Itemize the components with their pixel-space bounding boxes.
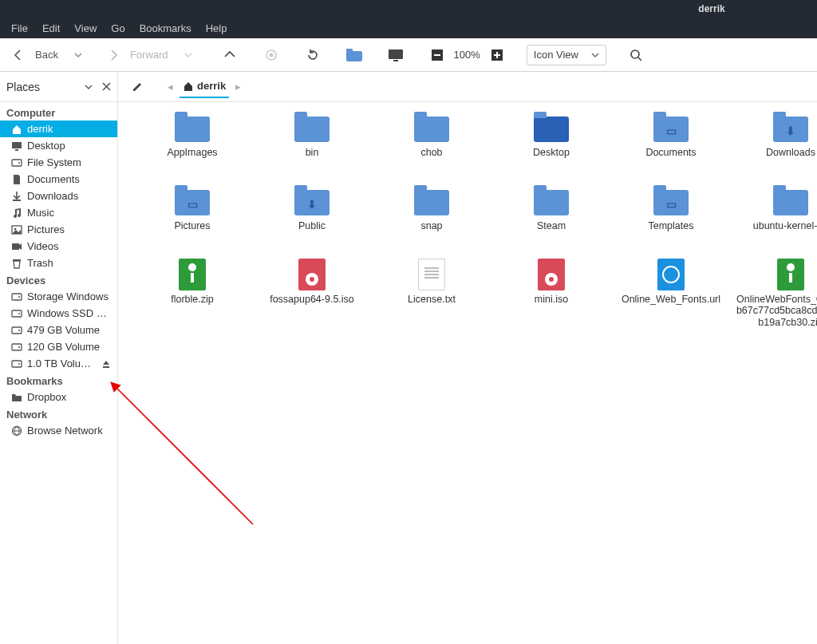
file-item[interactable]: ubuntu-kernel-de — [731, 185, 817, 259]
svg-point-11 — [631, 50, 639, 58]
file-item[interactable]: ⬇Public — [252, 185, 372, 259]
minus-icon — [432, 49, 443, 61]
sidebar-item-videos[interactable]: Videos — [0, 238, 117, 255]
view-mode-select[interactable]: Icon View — [527, 45, 606, 65]
sidebar-item-downloads[interactable]: Downloads — [0, 188, 117, 204]
file-name: Pictures — [174, 220, 210, 231]
svg-rect-3 — [346, 49, 353, 52]
sidebar-item-desktop[interactable]: Desktop — [0, 137, 117, 154]
chevron-down-icon — [85, 83, 93, 91]
file-item[interactable]: chob — [372, 112, 491, 185]
menu-help[interactable]: Help — [199, 20, 234, 37]
sidebar-item-v1tb[interactable]: 1.0 TB Volu… — [0, 355, 117, 372]
breadcrumb-current[interactable]: derrik — [180, 75, 229, 98]
sidebar-item-label: Pictures — [27, 223, 65, 235]
sidebar-section-computer: Computer — [0, 104, 117, 121]
file-item[interactable]: Desktop — [491, 112, 611, 185]
back-history-dropdown[interactable] — [66, 43, 90, 67]
sidebar-header: Places — [0, 72, 118, 101]
chevron-down-icon — [591, 51, 599, 59]
sidebar-title: Places — [6, 81, 40, 93]
file-name: Templates — [649, 220, 694, 231]
edit-path-button[interactable] — [126, 76, 148, 98]
sidebar-item-label: Desktop — [27, 140, 65, 152]
sidebar-selector[interactable] — [85, 83, 93, 91]
sidebar-item-v479[interactable]: 479 GB Volume — [0, 322, 117, 338]
disk-icon — [11, 157, 22, 168]
file-item[interactable]: ⬇Downloads — [731, 112, 817, 185]
file-item[interactable]: AppImages — [132, 112, 252, 185]
sidebar-item-music[interactable]: Music — [0, 204, 117, 221]
breadcrumb-next[interactable]: ▸ — [232, 81, 244, 93]
computer-button[interactable] — [384, 43, 408, 67]
menu-view[interactable]: View — [68, 20, 103, 37]
sidebar-item-v120[interactable]: 120 GB Volume — [0, 338, 117, 355]
file-item[interactable]: Online_Web_Fonts.url — [611, 259, 731, 332]
forward-button[interactable] — [101, 43, 125, 67]
close-sidebar-button[interactable] — [102, 82, 111, 91]
menu-edit[interactable]: Edit — [36, 20, 66, 37]
svg-point-26 — [18, 330, 20, 331]
svg-point-15 — [18, 162, 20, 164]
sidebar-item-browsenet[interactable]: Browse Network — [0, 422, 117, 439]
file-item[interactable]: ▭Pictures — [132, 185, 252, 259]
eject-button[interactable] — [101, 359, 111, 369]
home-icon — [11, 124, 22, 135]
sidebar-item-pictures[interactable]: Pictures — [0, 221, 117, 238]
stop-button[interactable] — [259, 43, 283, 67]
arrow-up-icon — [223, 49, 236, 61]
sidebar-item-label: Videos — [27, 240, 59, 252]
file-name: ubuntu-kernel-de — [753, 220, 817, 231]
back-label[interactable]: Back — [34, 49, 63, 61]
sidebar-item-label: Browse Network — [27, 425, 103, 437]
svg-rect-19 — [12, 243, 19, 250]
file-item[interactable]: snap — [372, 185, 491, 259]
file-item[interactable]: ▭Templates — [611, 185, 731, 259]
window-titlebar: derrik — [0, 0, 817, 18]
sidebar-item-dropbox[interactable]: Dropbox — [0, 389, 117, 405]
forward-history-dropdown[interactable] — [176, 43, 200, 67]
file-item[interactable]: mini.iso — [491, 259, 611, 332]
file-item[interactable]: Steam — [491, 185, 611, 259]
menu-file[interactable]: File — [5, 20, 34, 37]
file-item[interactable]: bin — [252, 112, 372, 185]
file-name: Desktop — [533, 147, 570, 158]
file-item[interactable]: License.txt — [372, 259, 491, 332]
sidebar-item-trash[interactable]: Trash — [0, 255, 117, 271]
up-button[interactable] — [218, 43, 242, 67]
svg-rect-4 — [389, 49, 403, 59]
zoom-out-button[interactable] — [425, 43, 449, 67]
file-name: License.txt — [408, 294, 456, 305]
search-button[interactable] — [624, 43, 648, 67]
file-item[interactable]: fossapup64-9.5.iso — [252, 259, 372, 332]
svg-point-24 — [18, 313, 20, 314]
chevron-down-icon — [184, 51, 192, 59]
back-button[interactable] — [6, 43, 30, 67]
breadcrumb-prev[interactable]: ◂ — [164, 81, 176, 93]
svg-rect-10 — [496, 52, 498, 58]
menu-bookmarks[interactable]: Bookmarks — [133, 20, 198, 37]
svg-point-22 — [18, 296, 20, 298]
pathbar: ◂ derrik ▸ — [118, 72, 817, 101]
file-name: OnlineWebFonts_COM_b67c77cd5bca8cd8a108b… — [735, 294, 817, 328]
arrow-right-icon — [107, 49, 120, 61]
sidebar-item-home[interactable]: derrik — [0, 121, 117, 137]
sidebar-item-storagewin[interactable]: Storage Windows — [0, 288, 117, 305]
file-item[interactable]: ▭Documents — [611, 112, 731, 185]
forward-label[interactable]: Forward — [128, 49, 173, 61]
file-item[interactable]: OnlineWebFonts_COM_b67c77cd5bca8cd8a108b… — [731, 259, 817, 332]
sidebar-item-winssd[interactable]: Windows SSD sto… — [0, 305, 117, 322]
reload-button[interactable] — [301, 43, 325, 67]
search-icon — [630, 49, 642, 61]
zoom-in-button[interactable] — [485, 43, 509, 67]
file-name: Steam — [537, 220, 566, 231]
sidebar-item-filesystem[interactable]: File System — [0, 154, 117, 171]
icon-view[interactable]: AppImagesbinchobDesktop▭Documents⬇Downlo… — [118, 102, 817, 644]
file-item[interactable]: florble.zip — [132, 259, 252, 332]
menubar: FileEditViewGoBookmarksHelp — [0, 18, 817, 38]
home-button[interactable] — [342, 43, 366, 67]
close-icon — [102, 82, 111, 91]
svg-rect-27 — [12, 344, 22, 350]
menu-go[interactable]: Go — [105, 20, 131, 37]
sidebar-item-documents[interactable]: Documents — [0, 171, 117, 188]
